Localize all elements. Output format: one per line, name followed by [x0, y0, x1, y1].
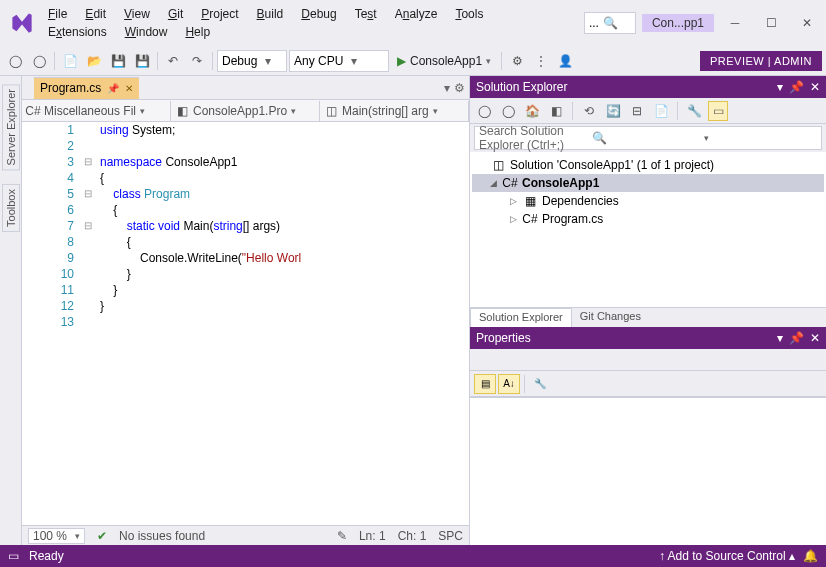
right-dock: Solution Explorer ▾ 📌 ✕ ◯ ◯ 🏠 ◧ ⟲ 🔄 ⊟ 📄 …	[469, 76, 826, 545]
step-icon[interactable]: ⋮	[530, 50, 552, 72]
zoom-dropdown[interactable]: 100 %▾	[28, 528, 85, 544]
menu-analyze[interactable]: Analyze	[387, 5, 446, 23]
preview-selected-icon[interactable]: ▭	[708, 101, 728, 121]
nav-member[interactable]: ◫ Main(string[] arg▾	[320, 101, 469, 121]
nav-scope[interactable]: C# Miscellaneous Fil▾	[22, 101, 171, 121]
show-all-icon[interactable]: 📄	[651, 101, 671, 121]
sync-icon[interactable]: ⟲	[579, 101, 599, 121]
solution-explorer-header: Solution Explorer ▾ 📌 ✕	[470, 76, 826, 98]
output-icon[interactable]: ▭	[8, 549, 19, 563]
refresh-icon[interactable]: 🔄	[603, 101, 623, 121]
wrench-icon[interactable]: 🔧	[529, 374, 551, 394]
categorized-icon[interactable]: ▤	[474, 374, 496, 394]
panel-menu-icon[interactable]: ▾	[777, 331, 783, 345]
solution-search[interactable]: Search Solution Explorer (Ctrl+;) 🔍▾	[474, 126, 822, 150]
file-label: Program.cs	[542, 212, 603, 226]
tab-solution-explorer[interactable]: Solution Explorer	[470, 308, 572, 327]
start-debug-button[interactable]: ▶ ConsoleApp1 ▾	[391, 50, 497, 72]
platform-dropdown[interactable]: Any CPU▾	[289, 50, 389, 72]
menu-tools[interactable]: Tools	[447, 5, 491, 23]
fold-gutter[interactable]: ⊟⊟⊟	[80, 122, 96, 525]
notifications-icon[interactable]: 🔔	[803, 549, 818, 563]
editor-pane: Program.cs 📌 ✕ ▾ ⚙ C# Miscellaneous Fil▾…	[22, 76, 469, 545]
menu-help[interactable]: Help	[177, 23, 218, 41]
undo-icon[interactable]: ↶	[162, 50, 184, 72]
live-share-icon[interactable]: 👤	[554, 50, 576, 72]
menu-project[interactable]: Project	[193, 5, 246, 23]
search-placeholder: ...	[589, 16, 599, 30]
config-label: Debug	[222, 54, 257, 68]
toolbox-tab[interactable]: Toolbox	[2, 184, 20, 232]
tree-file-program[interactable]: ▷ C# Program.cs	[472, 210, 824, 228]
nav-fwd-icon[interactable]: ◯	[28, 50, 50, 72]
maximize-button[interactable]: ☐	[756, 12, 786, 34]
solution-tree[interactable]: ◫ Solution 'ConsoleApp1' (1 of 1 project…	[470, 152, 826, 307]
save-all-icon[interactable]: 💾	[131, 50, 153, 72]
method-icon: ◫	[324, 104, 338, 118]
panel-pin-icon[interactable]: 📌	[789, 331, 804, 345]
open-icon[interactable]: 📂	[83, 50, 105, 72]
left-dock: Server Explorer Toolbox	[0, 76, 22, 545]
editor-statusbar: 100 %▾ ✔ No issues found ✎ Ln: 1 Ch: 1 S…	[22, 525, 469, 545]
sln-fwd-icon[interactable]: ◯	[498, 101, 518, 121]
menu-window[interactable]: Window	[117, 23, 176, 41]
menu-git[interactable]: Git	[160, 5, 191, 23]
alphabetical-icon[interactable]: A↓	[498, 374, 520, 394]
sln-back-icon[interactable]: ◯	[474, 101, 494, 121]
close-tab-icon[interactable]: ✕	[125, 83, 133, 94]
menu-file[interactable]: File	[40, 5, 75, 23]
home-icon[interactable]: 🏠	[522, 101, 542, 121]
add-source-control[interactable]: ↑ Add to Source Control ▴	[659, 549, 795, 563]
nav-project[interactable]: ◧ ConsoleApp1.Pro▾	[171, 101, 320, 121]
csproj-icon: C#	[502, 175, 518, 191]
file-tab-program[interactable]: Program.cs 📌 ✕	[34, 77, 139, 99]
menu-extensions[interactable]: Extensions	[40, 23, 115, 41]
save-icon[interactable]: 💾	[107, 50, 129, 72]
panel-pin-icon[interactable]: 📌	[789, 80, 804, 94]
menu-build[interactable]: Build	[249, 5, 292, 23]
tree-dependencies[interactable]: ▷ ▦ Dependencies	[472, 192, 824, 210]
tab-git-changes[interactable]: Git Changes	[572, 308, 649, 327]
new-item-icon[interactable]: 📄	[59, 50, 81, 72]
panel-close-icon[interactable]: ✕	[810, 331, 820, 345]
search-icon: 🔍	[592, 131, 705, 145]
nav-back-icon[interactable]: ◯	[4, 50, 26, 72]
statusbar: ▭ Ready ↑ Add to Source Control ▴ 🔔	[0, 545, 826, 567]
preview-admin-button[interactable]: PREVIEW | ADMIN	[700, 51, 822, 71]
nav-scope-label: Miscellaneous Fil	[44, 104, 136, 118]
close-button[interactable]: ✕	[792, 12, 822, 34]
server-explorer-tab[interactable]: Server Explorer	[2, 84, 20, 170]
properties-icon[interactable]: 🔧	[684, 101, 704, 121]
menu-debug[interactable]: Debug	[293, 5, 344, 23]
properties-selector[interactable]	[470, 349, 826, 371]
panel-menu-icon[interactable]: ▾	[777, 80, 783, 94]
panel-close-icon[interactable]: ✕	[810, 80, 820, 94]
properties-grid[interactable]	[470, 397, 826, 545]
pin-icon[interactable]: 📌	[107, 83, 119, 94]
code-text[interactable]: using System; namespace ConsoleApp1 { cl…	[96, 122, 469, 525]
project-label: ConsoleApp1	[522, 176, 599, 190]
menu-view[interactable]: View	[116, 5, 158, 23]
switch-view-icon[interactable]: ◧	[546, 101, 566, 121]
tree-solution-root[interactable]: ◫ Solution 'ConsoleApp1' (1 of 1 project…	[472, 156, 824, 174]
check-icon: ✔	[97, 529, 107, 543]
tab-settings-icon[interactable]: ⚙	[454, 81, 465, 95]
hot-reload-icon[interactable]: ⚙	[506, 50, 528, 72]
dependencies-label: Dependencies	[542, 194, 619, 208]
tree-project[interactable]: ◢ C# ConsoleApp1	[472, 174, 824, 192]
config-dropdown[interactable]: Debug▾	[217, 50, 287, 72]
eraser-icon[interactable]: ✎	[337, 529, 347, 543]
main-toolbar: ◯ ◯ 📄 📂 💾 💾 ↶ ↷ Debug▾ Any CPU▾ ▶ Consol…	[0, 46, 826, 76]
menu-edit[interactable]: Edit	[77, 5, 114, 23]
navigation-bar: C# Miscellaneous Fil▾ ◧ ConsoleApp1.Pro▾…	[22, 100, 469, 122]
tab-overflow-icon[interactable]: ▾	[444, 81, 450, 95]
menu-test[interactable]: Test	[347, 5, 385, 23]
run-target-label: ConsoleApp1	[410, 54, 482, 68]
nav-project-label: ConsoleApp1.Pro	[193, 104, 287, 118]
redo-icon[interactable]: ↷	[186, 50, 208, 72]
minimize-button[interactable]: ─	[720, 12, 750, 34]
quick-search[interactable]: ... 🔍	[584, 12, 636, 34]
menubar: File Edit View Git Project Build Debug T…	[0, 0, 826, 46]
code-editor[interactable]: 123 456 789 101112 13 ⊟⊟⊟ using System; …	[22, 122, 469, 525]
collapse-icon[interactable]: ⊟	[627, 101, 647, 121]
